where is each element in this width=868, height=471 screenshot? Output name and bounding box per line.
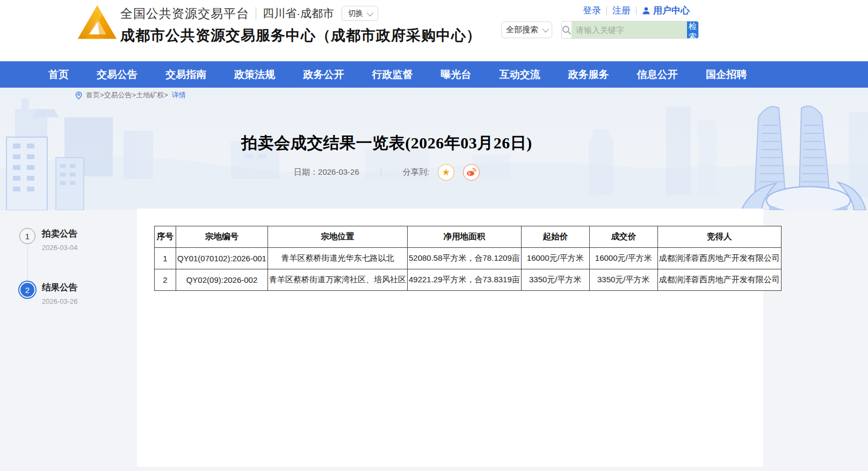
nav-item-interaction[interactable]: 互动交流	[494, 61, 546, 88]
search-button[interactable]: 检索	[687, 22, 698, 38]
cell-seq: 1	[155, 248, 176, 269]
cell-starting-price: 16000元/平方米	[521, 248, 589, 269]
divider	[636, 6, 636, 15]
divider	[606, 6, 607, 15]
article-meta: 日期：2026-03-26 分享到: ★	[11, 163, 763, 181]
nav-item-exposure[interactable]: 曝光台	[436, 61, 477, 88]
nav-item-policies[interactable]: 政策法规	[229, 61, 280, 88]
nav-item-gov-services[interactable]: 政务服务	[563, 61, 614, 88]
site-title: 成都市公共资源交易服务中心（成都市政府采购中心）	[120, 26, 481, 45]
timeline-step-auction-announcement[interactable]: 1 拍卖公告 2026-03-04	[19, 228, 78, 252]
col-header-seq: 序号	[155, 226, 176, 248]
breadcrumb-current: 详情	[172, 90, 186, 100]
cell-parcel-location: 青羊区蔡桥街道万家湾社区、培风社区	[267, 269, 407, 291]
cell-net-land-area: 49221.29平方米，合73.8319亩	[407, 269, 521, 291]
search-icon	[562, 25, 572, 35]
chevron-down-icon	[367, 9, 374, 16]
user-center-link[interactable]: 用户中心	[642, 4, 690, 17]
share-qzone-icon[interactable]: ★	[438, 164, 454, 181]
site-header: 全国公共资源交易平台 四川省·成都市 切换 成都市公共资源交易服务中心（成都市政…	[0, 0, 868, 61]
date-value: 2026-03-26	[318, 167, 359, 176]
cell-parcel-number: QY01(070102):2026-001	[176, 248, 268, 269]
col-header-parcel-location: 宗地位置	[267, 226, 407, 248]
timeline-step-date: 2026-03-04	[42, 244, 78, 252]
col-header-starting-price: 起始价	[521, 226, 589, 248]
breadcrumb-trail[interactable]: 首页>交易公告>土地矿权>	[86, 90, 168, 100]
platform-title: 全国公共资源交易平台	[120, 5, 249, 22]
region-switch-button[interactable]: 切换	[342, 6, 378, 21]
divider	[381, 168, 381, 176]
table-row: 1 QY01(070102):2026-001 青羊区蔡桥街道光华东七路以北 5…	[155, 248, 782, 269]
timeline-step-label: 结果公告	[42, 282, 78, 294]
search-scope-select[interactable]: 全部搜索	[501, 22, 552, 38]
login-link[interactable]: 登录	[583, 4, 601, 17]
breadcrumb: 首页>交易公告>土地矿权>详情	[75, 90, 186, 100]
page-title: 拍卖会成交结果一览表(2026年03月26日)	[11, 132, 763, 154]
date-label: 日期：	[294, 167, 318, 176]
cell-winning-bidder: 成都润泽蓉西房地产开发有限公司	[657, 248, 781, 269]
region-label: 四川省·成都市	[263, 6, 334, 21]
search-input[interactable]	[572, 22, 687, 38]
chevron-down-icon	[542, 26, 549, 33]
col-header-net-land-area: 净用地面积	[407, 226, 521, 248]
col-header-winning-bidder: 竞得人	[657, 226, 781, 248]
col-header-deal-price: 成交价	[589, 226, 657, 248]
nav-item-info-disclosure[interactable]: 信息公开	[632, 61, 683, 88]
cell-seq: 2	[155, 269, 176, 291]
auction-result-table: 序号 宗地编号 宗地位置 净用地面积 起始价 成交价 竞得人 1 QY01(07…	[154, 226, 782, 291]
cell-starting-price: 3350元/平方米	[521, 269, 589, 291]
cell-winning-bidder: 成都润泽蓉西房地产开发有限公司	[657, 269, 781, 291]
col-header-parcel-number: 宗地编号	[176, 226, 268, 248]
table-row: 2 QY02(09):2026-002 青羊区蔡桥街道万家湾社区、培风社区 49…	[155, 269, 782, 291]
header-divider	[256, 7, 256, 20]
timeline-step-number: 1	[19, 228, 35, 244]
timeline-step-label: 拍卖公告	[42, 228, 78, 240]
timeline-step-number: 2	[19, 282, 35, 298]
cell-parcel-number: QY02(09):2026-002	[176, 269, 268, 291]
nav-item-admin-supervision[interactable]: 行政监督	[366, 61, 418, 88]
timeline-step-result-announcement[interactable]: 2 结果公告 2026-03-26	[19, 282, 78, 305]
main-nav: 首页 交易公告 交易指南 政策法规 政务公开 行政监督 曝光台 互动交流 政务服…	[0, 61, 868, 88]
search-scope-label: 全部搜索	[506, 25, 538, 35]
region-switch-label: 切换	[348, 9, 363, 18]
table-header-row: 序号 宗地编号 宗地位置 净用地面积 起始价 成交价 竞得人	[155, 226, 782, 248]
cell-deal-price: 16000元/平方米	[589, 248, 657, 269]
user-icon	[642, 6, 650, 15]
cell-net-land-area: 52080.58平方米，合78.1209亩	[407, 248, 521, 269]
nav-item-home[interactable]: 首页	[43, 61, 74, 88]
nav-item-trade-guide[interactable]: 交易指南	[160, 61, 212, 88]
share-label: 分享到:	[403, 167, 429, 177]
cell-parcel-location: 青羊区蔡桥街道光华东七路以北	[267, 248, 407, 269]
user-center-label: 用户中心	[653, 4, 690, 17]
cell-deal-price: 3350元/平方米	[589, 269, 657, 291]
timeline-step-date: 2026-03-26	[42, 297, 78, 305]
date-text: 日期：2026-03-26	[294, 167, 359, 177]
nav-item-trade-announcements[interactable]: 交易公告	[91, 61, 143, 88]
share-weibo-icon[interactable]	[463, 164, 480, 181]
nav-item-gov-disclosure[interactable]: 政务公开	[298, 61, 349, 88]
register-link[interactable]: 注册	[612, 4, 631, 17]
platform-logo-icon	[75, 3, 119, 47]
location-pin-icon	[75, 91, 82, 99]
nav-item-soe-recruitment[interactable]: 国企招聘	[700, 61, 752, 88]
